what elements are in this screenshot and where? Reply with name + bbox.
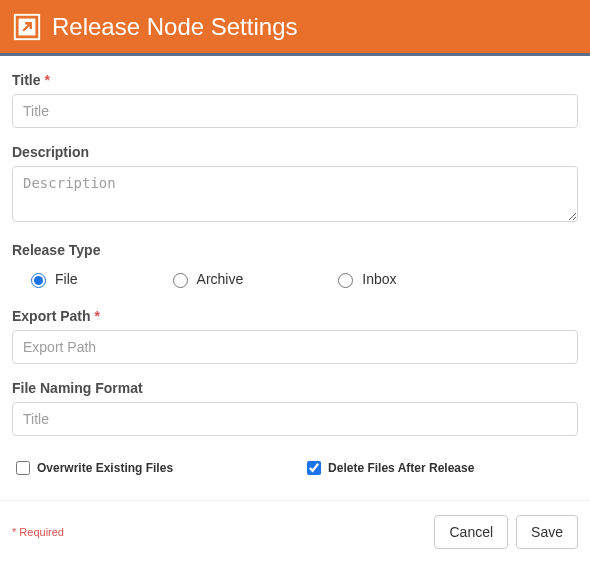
cancel-button[interactable]: Cancel [434, 515, 508, 549]
title-label: Title * [12, 72, 578, 88]
dialog-footer: * Required Cancel Save [0, 501, 590, 563]
release-type-inbox[interactable]: Inbox [333, 270, 396, 288]
delete-after-checkbox-row[interactable]: Delete Files After Release [303, 458, 474, 478]
required-note: * Required [12, 526, 64, 538]
release-icon [12, 12, 42, 42]
description-label: Description [12, 144, 578, 160]
dialog-header: Release Node Settings [0, 0, 590, 56]
dialog-title: Release Node Settings [52, 13, 297, 41]
title-input[interactable] [12, 94, 578, 128]
release-type-file[interactable]: File [26, 270, 78, 288]
release-type-label: Release Type [12, 242, 578, 258]
file-naming-input[interactable] [12, 402, 578, 436]
overwrite-checkbox-row[interactable]: Overwrite Existing Files [12, 458, 173, 478]
form-body: Title * Description Release Type File Ar… [0, 56, 590, 486]
save-button[interactable]: Save [516, 515, 578, 549]
release-type-archive-radio[interactable] [173, 273, 188, 288]
overwrite-checkbox[interactable] [16, 461, 30, 475]
release-type-inbox-radio[interactable] [338, 273, 353, 288]
description-input[interactable] [12, 166, 578, 222]
delete-after-checkbox[interactable] [307, 461, 321, 475]
export-path-input[interactable] [12, 330, 578, 364]
file-naming-label: File Naming Format [12, 380, 578, 396]
export-path-label: Export Path * [12, 308, 578, 324]
release-type-archive[interactable]: Archive [168, 270, 244, 288]
release-type-file-radio[interactable] [31, 273, 46, 288]
